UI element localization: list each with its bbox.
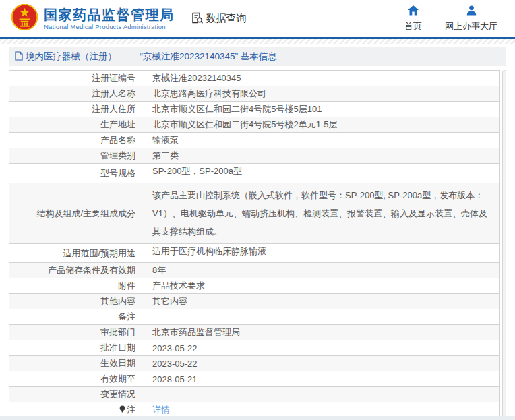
agency-brand[interactable]: 国家药品监督管理局 National Medical Products Admi… [11, 3, 175, 34]
document-icon [15, 51, 23, 63]
national-emblem-logo [11, 3, 38, 34]
table-row: 产品名称输液泵 [9, 133, 500, 148]
table-row: 产品储存条件及有效期8年 [9, 263, 500, 278]
scrollbar[interactable] [502, 70, 506, 416]
field-value: 北京思路高医疗科技有限公司 [144, 86, 500, 102]
field-label: 有效期至 [9, 371, 144, 387]
field-label: 产品储存条件及有效期 [9, 263, 144, 278]
nav-label-home: 首页 [404, 20, 422, 32]
field-value: 输液泵 [144, 133, 500, 148]
table-row: 注详情 [9, 402, 500, 416]
data-query-label: 数据查询 [206, 12, 247, 25]
data-query-tab[interactable]: 数据查询 [191, 11, 247, 26]
table-zone: 注册证编号京械注准20232140345注册人名称北京思路高医疗科技有限公司注册… [9, 70, 506, 416]
field-label: 批准日期 [9, 340, 144, 356]
field-label: 备注 [9, 309, 144, 325]
field-label: 型号规格 [9, 164, 144, 183]
table-row: 备注 [9, 309, 500, 325]
field-value: 2023-05-22 [144, 356, 500, 371]
table-row: 注册证编号京械注准20232140345 [9, 71, 500, 86]
table-row: 适用范围/预期用途适用于医疗机构临床静脉输液 [9, 244, 500, 263]
nav-item-home[interactable]: 首页 [404, 5, 422, 32]
table-row: 注册人名称北京思路高医疗科技有限公司 [9, 86, 500, 102]
table-row: 注册人住所北京市顺义区仁和园二街4号院5号楼5层101 [9, 102, 500, 117]
field-value: 详情 [144, 402, 500, 416]
table-row: 有效期至2028-05-21 [9, 371, 500, 387]
header-divider-pattern [0, 39, 515, 44]
person-icon [466, 5, 477, 18]
field-value: 适用于医疗机构临床静脉输液 [144, 244, 500, 263]
table-row: 审批部门北京市药品监督管理局 [9, 325, 500, 340]
detail-table: 注册证编号京械注准20232140345注册人名称北京思路高医疗科技有限公司注册… [9, 70, 500, 416]
field-label: 审批部门 [9, 325, 144, 340]
table-row: 批准日期2023-05-22 [9, 340, 500, 356]
field-value: 北京市顺义区仁和园二街4号院5号楼2单元1-5层 [144, 117, 500, 133]
detail-link[interactable]: 详情 [152, 404, 170, 415]
table-row: 附件产品技术要求 [9, 278, 500, 294]
breadcrumb: 境内医疗器械（注册） —— “京械注准20232140345” 基本信息 [9, 47, 506, 66]
field-label: 管理类别 [9, 148, 144, 164]
table-row: 变更情况 [9, 387, 500, 402]
detail-table-body: 注册证编号京械注准20232140345注册人名称北京思路高医疗科技有限公司注册… [9, 71, 500, 417]
field-value: 该产品主要由控制系统（嵌入式软件，软件型号：SP-200型, SP-200a型，… [144, 183, 500, 244]
home-icon [408, 5, 419, 18]
table-row: 管理类别第二类 [9, 148, 500, 164]
field-value: 2023-05-22 [144, 340, 500, 356]
field-value: 第二类 [144, 148, 500, 164]
field-label: 注 [9, 402, 144, 416]
agency-titles: 国家药品监督管理局 National Medical Products Admi… [44, 7, 175, 30]
field-value: SP-200型，SP-200a型 [144, 164, 500, 183]
field-label: 变更情况 [9, 387, 144, 402]
header-nav: 首页 网上办事大厅 [404, 5, 507, 32]
field-value: 8年 [144, 263, 500, 278]
nav-label-online-hall: 网上办事大厅 [445, 20, 497, 32]
field-label: 产品名称 [9, 133, 144, 148]
field-label: 注册人名称 [9, 86, 144, 102]
field-label: 其他内容 [9, 294, 144, 309]
table-row: 生效日期2023-05-22 [9, 356, 500, 371]
field-label: 生产地址 [9, 117, 144, 133]
table-row: 结构及组成/主要组成成分该产品主要由控制系统（嵌入式软件，软件型号：SP-200… [9, 183, 500, 244]
agency-name-en: National Medical Products Administration [44, 23, 175, 30]
field-label: 附件 [9, 278, 144, 294]
field-label: 生效日期 [9, 356, 144, 371]
field-value: 北京市药品监督管理局 [144, 325, 500, 340]
page: 国家药品监督管理局 National Medical Products Admi… [0, 0, 515, 416]
doc-search-icon [191, 11, 204, 26]
field-value: 产品技术要求 [144, 278, 500, 294]
nav-item-online-hall[interactable]: 网上办事大厅 [445, 5, 497, 32]
field-label: 结构及组成/主要组成成分 [9, 183, 144, 244]
field-label: 注册人住所 [9, 102, 144, 117]
site-header: 国家药品监督管理局 National Medical Products Admi… [0, 0, 515, 39]
field-label: 注册证编号 [9, 71, 144, 86]
agency-name-cn: 国家药品监督管理局 [44, 7, 175, 23]
table-row: 生产地址北京市顺义区仁和园二街4号院5号楼2单元1-5层 [9, 117, 500, 133]
note-icon [119, 405, 125, 415]
field-value [144, 309, 500, 325]
table-row: 其他内容其它内容 [9, 294, 500, 309]
breadcrumb-text: 境内医疗器械（注册） —— “京械注准20232140345” 基本信息 [26, 51, 277, 63]
field-value: 其它内容 [144, 294, 500, 309]
field-value: 北京市顺义区仁和园二街4号院5号楼5层101 [144, 102, 500, 117]
field-label: 适用范围/预期用途 [9, 244, 144, 263]
field-value: 2028-05-21 [144, 371, 500, 387]
field-value: 京械注准20232140345 [144, 71, 500, 86]
field-value [144, 387, 500, 402]
table-row: 型号规格SP-200型，SP-200a型 [9, 164, 500, 183]
